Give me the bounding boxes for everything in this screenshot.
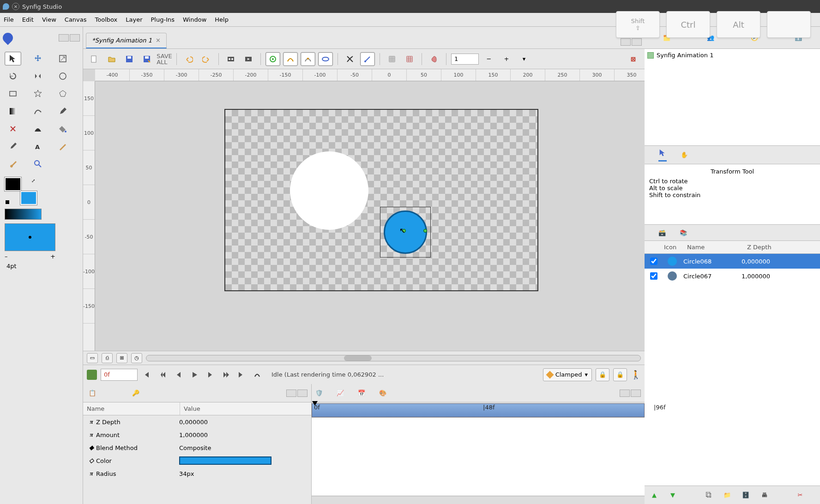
undo-button[interactable] xyxy=(181,52,196,66)
layers-header-zdepth[interactable]: Z Depth xyxy=(743,241,820,253)
layer-visibility-checkbox[interactable] xyxy=(650,258,657,265)
tool-options-tab[interactable] xyxy=(658,149,667,162)
layer-row[interactable]: Circle068 0,000000 xyxy=(645,254,820,269)
close-tab-icon[interactable]: ✕ xyxy=(156,37,161,44)
tool-zoom[interactable] xyxy=(30,157,46,171)
open-file-button[interactable] xyxy=(104,52,119,66)
tool-brush[interactable] xyxy=(5,157,21,171)
menu-help[interactable]: Help xyxy=(215,16,229,23)
tool-gradient[interactable] xyxy=(5,104,21,118)
seek-next-frame-button[interactable] xyxy=(204,369,216,381)
layer-row[interactable]: Circle067 1,000000 xyxy=(645,269,820,283)
render-shield-icon[interactable] xyxy=(87,370,97,380)
layers-tab-icon[interactable]: 🗃️ xyxy=(658,229,666,236)
layer-cut-button[interactable]: ✂ xyxy=(795,490,805,500)
keyframe-lock-future-button[interactable]: 🔒 xyxy=(613,368,627,381)
seek-end-button[interactable] xyxy=(235,369,247,381)
color-swatches[interactable]: ⤢ xyxy=(5,177,37,205)
brush-increase[interactable]: + xyxy=(50,253,55,260)
layer-duplicate-button[interactable]: ⿻ xyxy=(704,490,714,500)
canvas-menu-button[interactable]: ▭ xyxy=(87,353,98,363)
library-tab-icon[interactable]: 📚 xyxy=(680,229,687,236)
tool-eyedrop[interactable] xyxy=(5,139,21,153)
onion-skin-button[interactable] xyxy=(427,52,441,66)
layer-circle-white[interactable] xyxy=(290,151,368,230)
zoom-in-button[interactable]: + xyxy=(499,52,514,66)
current-frame-input[interactable]: 0f xyxy=(101,369,138,381)
tool-scale[interactable] xyxy=(54,52,71,66)
layer-visibility-checkbox[interactable] xyxy=(650,272,657,280)
keyframe-lock-past-button[interactable]: 🔒 xyxy=(596,368,609,381)
params-tab-icon[interactable]: 📋 xyxy=(87,388,98,399)
onion-future-button[interactable] xyxy=(318,52,333,66)
animate-mode-button[interactable] xyxy=(251,369,263,381)
brush-size[interactable]: 4pt xyxy=(5,262,78,270)
menu-plugins[interactable]: Plug-Ins xyxy=(151,16,175,23)
menu-toolbox[interactable]: Toolbox xyxy=(95,16,118,23)
tool-rotate[interactable] xyxy=(5,69,21,83)
timeline-ruler[interactable]: 0f |48f |96f xyxy=(312,403,645,417)
color-value-swatch[interactable] xyxy=(179,456,271,465)
seek-prev-key-button[interactable] xyxy=(157,369,169,381)
panel-tab[interactable] xyxy=(632,38,642,46)
onion-normal-button[interactable] xyxy=(265,52,280,66)
tool-text[interactable]: A xyxy=(30,139,46,153)
layer-encapsulate-button[interactable]: 🗄️ xyxy=(741,490,751,500)
panel-tab[interactable] xyxy=(286,390,296,397)
palette-tab-icon[interactable]: 🎨 xyxy=(379,390,386,396)
tool-transform[interactable] xyxy=(5,52,21,66)
panel-tab[interactable] xyxy=(297,390,308,397)
layer-name[interactable]: Circle068 xyxy=(683,258,742,265)
foreground-color[interactable] xyxy=(5,177,21,191)
ducks-button[interactable] xyxy=(360,52,375,66)
menu-view[interactable]: View xyxy=(42,16,56,23)
seek-start-button[interactable] xyxy=(141,369,153,381)
window-close-icon[interactable]: ✕ xyxy=(12,3,19,10)
onion-low-button[interactable] xyxy=(301,52,315,66)
layers-header-name[interactable]: Name xyxy=(683,241,743,253)
menu-canvas[interactable]: Canvas xyxy=(65,16,87,23)
panel-tab[interactable] xyxy=(620,390,630,397)
swap-colors-icon[interactable]: ⤢ xyxy=(31,178,35,183)
render-button[interactable] xyxy=(223,52,238,66)
params-header-name[interactable]: Name xyxy=(83,402,180,415)
timetrack-button-3[interactable]: ◷ xyxy=(131,353,142,363)
grid-button[interactable] xyxy=(385,52,399,66)
zoom-input[interactable] xyxy=(451,54,479,65)
tool-mirror[interactable] xyxy=(30,69,46,83)
timetrack-button-2[interactable]: ⊞ xyxy=(116,353,127,363)
tool-spline[interactable] xyxy=(30,104,46,118)
layers-header-icon[interactable]: Icon xyxy=(660,241,683,253)
tool-draw[interactable] xyxy=(54,104,71,118)
snap-grid-button[interactable] xyxy=(402,52,417,66)
layer-zdepth[interactable]: 1,000000 xyxy=(742,273,770,280)
menu-file[interactable]: File xyxy=(4,16,14,23)
new-file-button[interactable] xyxy=(87,52,102,66)
tool-sketch[interactable] xyxy=(54,139,71,153)
save-as-button[interactable] xyxy=(139,52,154,66)
brush-decrease[interactable]: – xyxy=(5,253,8,260)
params-header-value[interactable]: Value xyxy=(180,402,311,415)
tool-width[interactable] xyxy=(30,122,46,136)
tool-smooth-move[interactable] xyxy=(30,52,46,66)
timetrack-tab-icon[interactable]: 🛡️ xyxy=(315,390,323,396)
layer-select-all-button[interactable]: 🖶 xyxy=(759,490,769,500)
panel-tab[interactable] xyxy=(59,34,69,42)
panel-tab[interactable] xyxy=(631,390,641,397)
menu-layer[interactable]: Layer xyxy=(126,16,142,23)
horizontal-scrollbar[interactable] xyxy=(146,355,641,361)
layer-circle-blue-selected[interactable]: ↖ xyxy=(380,207,431,258)
layer-raise-button[interactable]: ▲ xyxy=(649,490,659,500)
save-button[interactable] xyxy=(122,52,137,66)
artboard[interactable]: ↖ xyxy=(224,109,538,291)
background-color[interactable] xyxy=(20,191,37,205)
menu-edit[interactable]: Edit xyxy=(22,16,34,23)
panel-tab[interactable] xyxy=(621,38,631,46)
keyframes-tab-icon[interactable]: 🔑 xyxy=(130,388,141,399)
curves-tab-icon[interactable]: 📈 xyxy=(337,390,344,396)
tool-cutout[interactable] xyxy=(5,122,21,136)
canvas-list-item[interactable]: Synfig Animation 1 xyxy=(647,52,817,59)
onion-handles-button[interactable] xyxy=(283,52,298,66)
document-tab[interactable]: *Synfig Animation 1 ✕ xyxy=(86,33,167,48)
tool-fill[interactable] xyxy=(54,122,71,136)
